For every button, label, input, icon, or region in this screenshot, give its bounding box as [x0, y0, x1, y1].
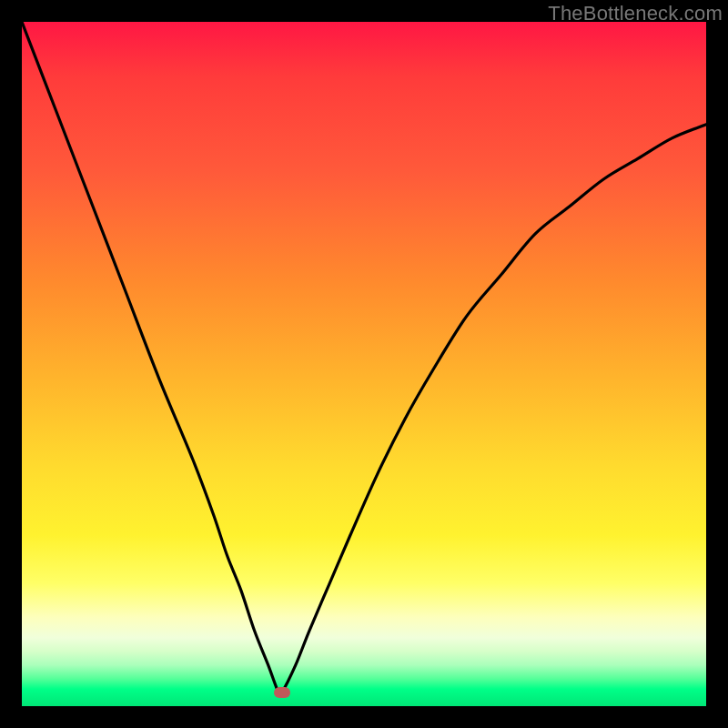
curve-layer: [22, 22, 706, 706]
watermark-text: TheBottleneck.com: [548, 2, 723, 25]
plot-area: [22, 22, 706, 706]
chart-frame: [22, 22, 706, 706]
bottleneck-curve: [22, 22, 706, 696]
optimal-point-marker: [274, 687, 290, 698]
